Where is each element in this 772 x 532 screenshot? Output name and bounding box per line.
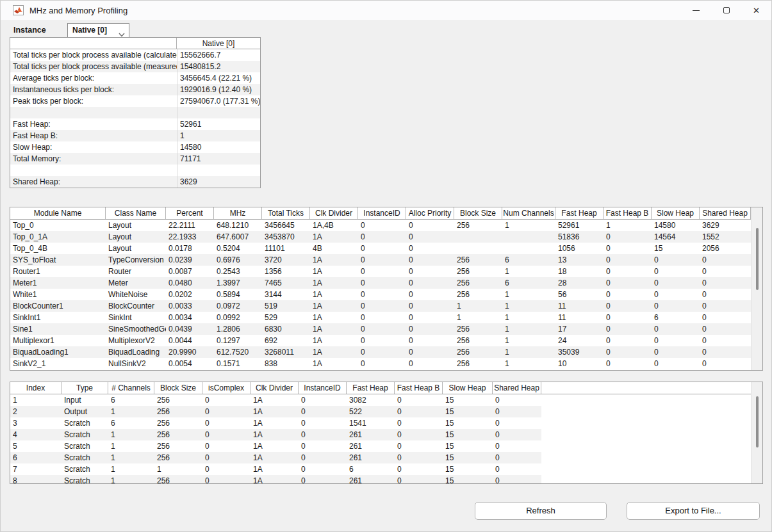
table-row[interactable]: 6Scratch125601A02610150 <box>10 452 541 463</box>
table-row[interactable]: 5Scratch125601A02610150 <box>10 440 541 452</box>
table-cell: 0 <box>652 346 700 358</box>
table-row[interactable]: Router1Router0.00870.254313561A002561180… <box>10 266 751 277</box>
table-cell: 0 <box>358 323 406 335</box>
table-row[interactable]: Peak ticks per block:27594067.0 (177.31 … <box>10 95 260 107</box>
table-cell: 0 <box>202 417 250 429</box>
table-cell: 0 <box>202 429 250 440</box>
table-cell: 0 <box>493 394 541 406</box>
table-row[interactable]: Meter1Meter0.04801.399774651A00256628000 <box>10 277 751 289</box>
table-cell: 6 <box>108 394 154 406</box>
table-row[interactable]: 1Input625601A030820150 <box>10 394 541 406</box>
table-cell: 0 <box>299 417 347 429</box>
table-row[interactable]: 3Scratch625601A015410150 <box>10 417 541 429</box>
table-cell: 0 <box>652 323 700 335</box>
minimize-button[interactable] <box>681 1 711 20</box>
table-cell: 3082 <box>347 394 395 406</box>
table-row[interactable]: 7Scratch1101A060150 <box>10 463 541 475</box>
table-row[interactable]: Slow Heap:14580 <box>10 141 260 153</box>
buffer-table-scrollbar-thumb[interactable] <box>756 396 759 447</box>
column-header: Total Ticks <box>262 207 310 219</box>
table-cell: Fast Heap: <box>10 118 177 130</box>
table-cell: 0.0178 <box>166 243 214 254</box>
table-row[interactable]: SinkInt1SinkInt0.00340.09925291A00111106… <box>10 312 751 323</box>
table-cell: Meter <box>106 277 166 289</box>
table-row[interactable]: Total ticks per block process available … <box>10 61 260 72</box>
table-cell: 0 <box>604 289 652 300</box>
table-row[interactable] <box>10 165 260 176</box>
table-cell: 0 <box>406 220 454 231</box>
table-cell: 256 <box>454 346 502 358</box>
table-row[interactable]: Top_0_1ALayout22.1933647.600734538701A00… <box>10 231 751 243</box>
table-cell: 1 <box>108 440 154 452</box>
table-cell: 0 <box>652 335 700 346</box>
table-cell: 0 <box>406 312 454 323</box>
table-row[interactable]: Fast Heap:52961 <box>10 118 260 130</box>
table-cell <box>10 165 177 176</box>
table-cell: 0 <box>652 254 700 266</box>
table-row[interactable]: Top_0_4BLayout0.01780.5204111014B0010560… <box>10 243 751 254</box>
table-row[interactable]: SYS_toFloatTypeConversion0.02390.6976372… <box>10 254 751 266</box>
table-row[interactable]: BiquadLoading1BiquadLoading20.9990612.75… <box>10 346 751 358</box>
table-cell: 0 <box>700 289 751 300</box>
table-row[interactable] <box>10 107 260 118</box>
table-cell: 18 <box>555 266 604 277</box>
table-cell <box>177 165 260 176</box>
table-cell: 0 <box>700 277 751 289</box>
table-row[interactable]: SinkV2_1NullSinkV20.00540.15718381A00256… <box>10 358 751 369</box>
column-header: Block Size <box>454 207 502 219</box>
table-cell: 0 <box>493 417 541 429</box>
table-cell: 7465 <box>262 277 310 289</box>
export-to-file-button[interactable]: Export to File... <box>627 502 760 520</box>
maximize-button[interactable] <box>711 1 741 20</box>
table-row[interactable]: 4Scratch125601A02610150 <box>10 429 541 440</box>
buffer-table-scrollbar[interactable] <box>751 382 762 483</box>
table-row[interactable]: Total ticks per block process available … <box>10 49 260 61</box>
module-table-scrollbar-thumb[interactable] <box>756 228 759 290</box>
table-row[interactable]: BlockCounter1BlockCounter0.00330.0972519… <box>10 300 751 312</box>
table-cell: 22.2111 <box>166 220 214 231</box>
table-row[interactable]: Average ticks per block:3456645.4 (22.21… <box>10 72 260 84</box>
table-row[interactable]: Instantaneous ticks per block:1929016.9 … <box>10 84 260 95</box>
table-cell: Scratch <box>62 475 108 484</box>
table-cell: Scratch <box>62 452 108 463</box>
table-cell: 256 <box>154 406 202 417</box>
table-cell: 0 <box>406 243 454 254</box>
table-row[interactable]: Shared Heap:3629 <box>10 176 260 188</box>
table-cell: 0 <box>395 406 443 417</box>
table-cell: 0 <box>395 394 443 406</box>
table-cell: 0 <box>700 254 751 266</box>
table-cell: 0 <box>358 358 406 369</box>
table-row[interactable]: Sine1SineSmoothedGen0.04391.280668301A00… <box>10 323 751 335</box>
table-cell: Total Memory: <box>10 153 177 165</box>
table-cell: Fast Heap B: <box>10 130 177 141</box>
refresh-button[interactable]: Refresh <box>475 502 607 520</box>
table-row[interactable]: White1WhiteNoise0.02020.589431441A002561… <box>10 289 751 300</box>
table-row[interactable]: Total Memory:71171 <box>10 153 260 165</box>
table-cell: 6 <box>502 277 555 289</box>
table-row[interactable]: Multiplexor1MultiplexorV20.00440.1297692… <box>10 335 751 346</box>
module-table-scrollbar[interactable] <box>751 207 762 370</box>
table-row[interactable]: Top_0Layout22.2111648.121034566451A,4B00… <box>10 220 751 231</box>
table-row[interactable]: Fast Heap B:1 <box>10 130 260 141</box>
table-cell: 0 <box>358 266 406 277</box>
table-cell: 838 <box>262 358 310 369</box>
table-cell: Shared Heap: <box>10 176 177 188</box>
table-cell: 0.0034 <box>166 312 214 323</box>
column-header: Fast Heap <box>347 382 395 394</box>
column-header: Native [0] <box>177 38 260 49</box>
table-row[interactable]: 8Scratch125601A02610150 <box>10 475 541 484</box>
instance-dropdown[interactable]: Native [0] <box>67 23 129 38</box>
table-cell: SineSmoothedGen <box>106 323 166 335</box>
table-cell: 1A <box>310 266 358 277</box>
table-cell: 4 <box>10 429 62 440</box>
table-cell: 1A <box>310 289 358 300</box>
table-cell: 1A <box>310 323 358 335</box>
table-row[interactable]: 2Output125601A05220150 <box>10 406 541 417</box>
column-header: Fast Heap B <box>604 207 652 219</box>
table-cell: 1 <box>502 289 555 300</box>
close-button[interactable]: ✕ <box>741 1 771 20</box>
table-cell: 0 <box>604 358 652 369</box>
title-bar[interactable]: MHz and Memory Profiling ✕ <box>1 1 771 20</box>
table-cell: 0.0972 <box>214 300 262 312</box>
table-cell: 0 <box>406 231 454 243</box>
